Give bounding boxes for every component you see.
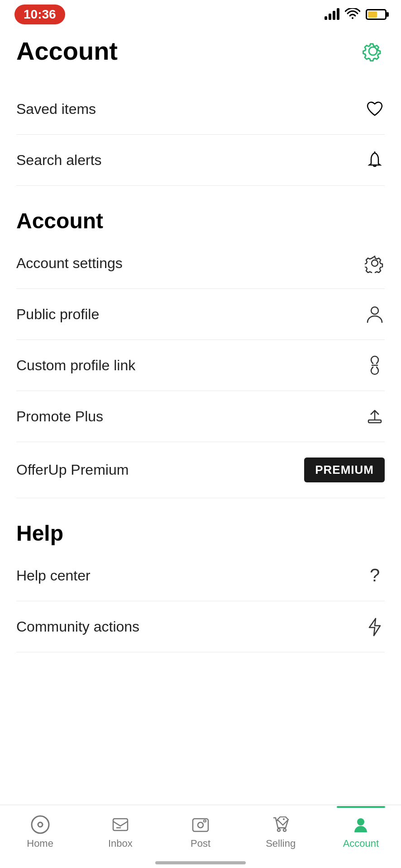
search-alerts-label: Search alerts xyxy=(16,152,102,169)
svg-point-16 xyxy=(283,829,286,831)
account-section-header: Account xyxy=(16,208,385,233)
nav-account-label: Account xyxy=(343,838,379,849)
svg-rect-4 xyxy=(368,420,381,423)
svg-point-17 xyxy=(283,818,285,820)
post-nav-icon xyxy=(191,815,210,834)
custom-profile-link-row[interactable]: Custom profile link xyxy=(16,340,385,391)
selling-nav-icon xyxy=(271,815,290,834)
bottom-nav: Home Inbox Post Selling xyxy=(0,805,401,868)
header-gear-icon[interactable] xyxy=(361,39,385,63)
promote-plus-label: Promote Plus xyxy=(16,408,103,425)
lightning-icon xyxy=(365,617,385,637)
home-indicator xyxy=(155,861,246,864)
status-time: 10:36 xyxy=(14,5,65,24)
person-icon xyxy=(365,304,385,324)
nav-selling[interactable]: Selling xyxy=(241,815,321,849)
community-actions-row[interactable]: Community actions xyxy=(16,601,385,652)
account-settings-gear-icon xyxy=(365,253,385,273)
nav-home-label: Home xyxy=(27,838,53,849)
status-icons xyxy=(325,8,387,21)
custom-profile-link-label: Custom profile link xyxy=(16,357,135,374)
svg-text:?: ? xyxy=(370,566,380,585)
account-nav-icon xyxy=(351,815,370,834)
nav-home[interactable]: Home xyxy=(0,815,80,849)
search-alerts-row[interactable]: Search alerts xyxy=(16,135,385,186)
svg-marker-7 xyxy=(369,618,380,636)
promote-plus-row[interactable]: Promote Plus xyxy=(16,391,385,442)
signal-icon xyxy=(325,9,339,20)
battery-icon xyxy=(366,9,387,20)
account-settings-label: Account settings xyxy=(16,255,123,272)
offerup-premium-row[interactable]: OfferUp Premium PREMIUM xyxy=(16,442,385,498)
bell-icon xyxy=(365,150,385,170)
svg-rect-10 xyxy=(113,819,128,830)
question-icon: ? xyxy=(365,566,385,585)
nav-inbox-label: Inbox xyxy=(108,838,133,849)
heart-icon xyxy=(365,99,385,119)
link-icon xyxy=(365,355,385,375)
page-title: Account xyxy=(16,36,118,66)
home-nav-icon xyxy=(31,815,50,834)
nav-selling-label: Selling xyxy=(266,838,296,849)
help-section-header: Help xyxy=(16,521,385,546)
nav-account[interactable]: Account xyxy=(321,815,401,849)
nav-inbox[interactable]: Inbox xyxy=(80,815,160,849)
svg-point-13 xyxy=(198,822,203,828)
main-content: Account Saved items Search alerts Accoun… xyxy=(0,27,401,725)
saved-items-label: Saved items xyxy=(16,101,96,118)
nav-post[interactable]: Post xyxy=(160,815,240,849)
svg-point-9 xyxy=(38,822,43,827)
svg-point-2 xyxy=(371,307,378,314)
inbox-nav-icon xyxy=(111,815,130,834)
help-center-row[interactable]: Help center ? xyxy=(16,550,385,601)
svg-point-15 xyxy=(277,829,280,831)
svg-point-8 xyxy=(32,816,49,833)
page-title-row: Account xyxy=(16,36,385,66)
svg-rect-14 xyxy=(204,820,206,822)
community-actions-label: Community actions xyxy=(16,618,139,635)
offerup-premium-label: OfferUp Premium xyxy=(16,462,129,478)
account-settings-row[interactable]: Account settings xyxy=(16,238,385,289)
public-profile-label: Public profile xyxy=(16,306,99,323)
help-center-label: Help center xyxy=(16,567,91,584)
wifi-icon xyxy=(345,8,360,21)
svg-point-1 xyxy=(372,260,378,266)
premium-badge: PREMIUM xyxy=(304,458,385,482)
upload-icon xyxy=(365,406,385,426)
svg-point-18 xyxy=(357,818,364,826)
status-bar: 10:36 xyxy=(0,0,401,27)
saved-items-row[interactable]: Saved items xyxy=(16,84,385,135)
public-profile-row[interactable]: Public profile xyxy=(16,289,385,340)
nav-post-label: Post xyxy=(191,838,210,849)
